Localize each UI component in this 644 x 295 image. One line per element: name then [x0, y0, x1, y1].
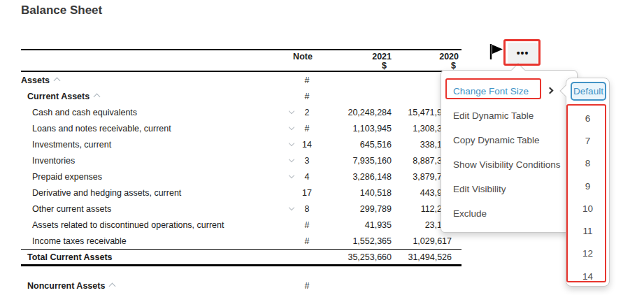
value-2021: 41,935 — [317, 220, 392, 230]
chevron-down-icon[interactable] — [289, 205, 294, 210]
note-cell: # — [296, 92, 317, 101]
caret-up-icon[interactable] — [54, 78, 61, 85]
menu-item-edit-visibility[interactable]: Edit Visibility — [441, 177, 577, 201]
value-2021: 140,518 — [317, 188, 392, 198]
menu-item-change-font-size[interactable]: Change Font Size — [441, 79, 577, 103]
app-window: Balance Sheet Note 2021 2020 $ $ Assets — [0, 0, 644, 295]
chevron-down-icon[interactable] — [289, 157, 294, 162]
note-cell: # — [296, 220, 317, 230]
value-2020: 1,029,617 — [392, 236, 452, 246]
table-row: Noncurrent Assets # — [21, 278, 461, 294]
caret-up-icon[interactable] — [109, 283, 116, 290]
note-cell: 4 — [296, 172, 317, 182]
note-cell: # — [296, 75, 317, 85]
table-row: Derivative and hedging assets, current 1… — [21, 185, 461, 201]
value-2021: 1,552,365 — [317, 236, 392, 246]
note-cell: 17 — [296, 188, 317, 198]
chevron-right-icon — [547, 87, 554, 94]
currency-symbol-2021: $ — [317, 61, 392, 71]
row-label: Other current assets — [21, 204, 287, 214]
font-size-option[interactable]: 8 — [566, 152, 609, 175]
table-row: Loans and notes receivable, current # 1,… — [21, 120, 461, 136]
menu-item-show-visibility-conditions[interactable]: Show Visibility Conditions — [441, 152, 577, 177]
page-title: Balance Sheet — [21, 3, 102, 17]
font-size-option[interactable]: 12 — [566, 243, 609, 265]
table-row: Other current assets 8 299,789 112,2 — [21, 201, 461, 217]
note-cell: 14 — [296, 140, 317, 150]
row-label: Income taxes receivable — [21, 236, 287, 246]
note-cell: # — [296, 236, 317, 246]
currency-symbol-2020: $ — [396, 61, 456, 71]
table-row: Assets related to discontinued operation… — [21, 217, 461, 233]
value-2021: 7,935,160 — [317, 156, 392, 166]
context-menu: Change Font Size Edit Dynamic Table Copy… — [441, 70, 578, 233]
flag-button[interactable] — [488, 43, 505, 62]
table-row: Cash and cash equivalents 2 20,248,284 1… — [21, 104, 461, 120]
value-2021: 299,789 — [317, 204, 392, 214]
flag-icon — [488, 43, 505, 62]
font-size-option[interactable]: 14 — [566, 265, 609, 287]
note-cell: # — [296, 124, 317, 134]
note-cell: 3 — [296, 156, 317, 166]
note-cell: 2 — [296, 108, 317, 117]
chevron-down-icon[interactable] — [289, 141, 294, 146]
chevron-down-icon[interactable] — [289, 173, 294, 178]
row-label: Cash and cash equivalents — [21, 108, 287, 117]
row-label: Assets — [21, 75, 287, 85]
value-2021: 645,516 — [317, 140, 392, 150]
table-row: Prepaid expenses 4 3,286,148 3,879,7 — [21, 168, 461, 185]
total-row: Total Current Assets 35,253,660 31,494,5… — [21, 249, 461, 266]
column-header-2021: 2021 — [317, 52, 392, 62]
table-row: Investments, current 14 645,516 338,1 — [21, 136, 461, 152]
font-size-option[interactable]: 9 — [566, 175, 609, 197]
balance-sheet-table: Note 2021 2020 $ $ Assets # Curren — [21, 49, 461, 294]
font-size-submenu: Default 6 7 8 9 10 11 12 14 — [566, 78, 610, 287]
menu-item-edit-dynamic-table[interactable]: Edit Dynamic Table — [441, 103, 577, 128]
column-header-2020: 2020 — [399, 52, 459, 62]
row-label: Prepaid expenses — [21, 172, 287, 182]
more-options-button[interactable]: ••• — [508, 43, 538, 64]
row-label: Assets related to discontinued operation… — [21, 220, 287, 230]
ellipsis-icon: ••• — [517, 48, 529, 59]
chevron-down-icon[interactable] — [289, 108, 294, 114]
value-2021: 20,248,284 — [317, 108, 392, 117]
row-label: Derivative and hedging assets, current — [21, 188, 287, 198]
font-size-list: 6 7 8 9 10 11 12 14 — [566, 107, 609, 287]
note-cell: # — [296, 281, 317, 291]
column-header-note: Note — [292, 52, 313, 62]
row-label: Noncurrent Assets — [21, 281, 287, 291]
note-cell: 8 — [296, 204, 317, 214]
row-label: Inventories — [21, 156, 287, 166]
font-size-option[interactable]: 7 — [566, 129, 609, 152]
font-size-option[interactable]: 11 — [566, 220, 609, 242]
row-label: Loans and notes receivable, current — [21, 124, 287, 134]
total-2021: 35,253,660 — [317, 252, 392, 262]
value-2021: 1,103,945 — [317, 124, 392, 134]
table-row: Income taxes receivable # 1,552,365 1,02… — [21, 233, 461, 249]
menu-callout-arrow — [511, 63, 525, 77]
total-label: Total Current Assets — [21, 252, 287, 262]
font-size-option[interactable]: 10 — [566, 197, 609, 220]
row-label: Investments, current — [21, 140, 287, 150]
table-row: Current Assets # — [21, 88, 461, 104]
total-2020: 31,494,526 — [392, 252, 452, 262]
font-size-option[interactable]: 6 — [566, 107, 609, 129]
caret-up-icon[interactable] — [94, 94, 101, 101]
chevron-down-icon[interactable] — [289, 124, 294, 130]
font-size-option-default[interactable]: Default — [571, 82, 606, 101]
menu-item-exclude[interactable]: Exclude — [441, 201, 577, 226]
table-row: Inventories 3 7,935,160 8,887,3 — [21, 152, 461, 168]
row-label: Current Assets — [21, 92, 287, 101]
table-row: Assets # — [21, 72, 461, 88]
table-header: Note 2021 2020 $ $ — [21, 49, 461, 72]
menu-item-copy-dynamic-table[interactable]: Copy Dynamic Table — [441, 128, 577, 152]
value-2021: 3,286,148 — [317, 172, 392, 182]
